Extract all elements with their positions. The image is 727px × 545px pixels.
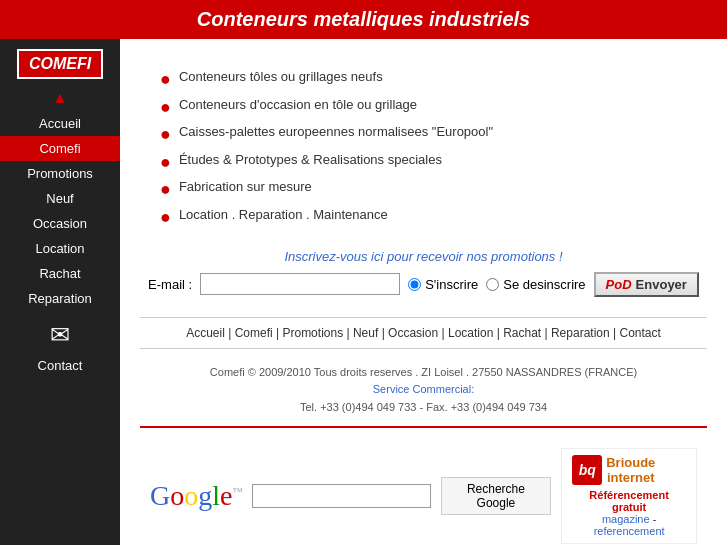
list-item: ● Fabrication sur mesure: [160, 179, 707, 201]
email-input[interactable]: [200, 273, 400, 295]
brioude-tagline: Référencement gratuit: [572, 489, 686, 513]
list-item: ● Caisses-palettes europeennes normalise…: [160, 124, 707, 146]
arrow-up-icon: ▲: [52, 89, 68, 107]
nav-promotions[interactable]: Promotions: [282, 326, 343, 340]
list-item: ● Location . Reparation . Maintenance: [160, 207, 707, 229]
brioude-box: bq Brioude internet Référencement gratui…: [561, 448, 697, 544]
google-search-button[interactable]: Recherche Google: [441, 477, 552, 515]
content-area: ● Conteneurs tôles ou grillages neufs ● …: [120, 39, 727, 545]
nav-neuf[interactable]: Neuf: [353, 326, 378, 340]
nav-occasion[interactable]: Occasion: [388, 326, 438, 340]
service-commercial-link[interactable]: Service Commercial:: [373, 383, 474, 395]
sidebar-item-comefi[interactable]: Comefi: [0, 136, 120, 161]
bullet-icon: ●: [160, 124, 171, 146]
bullet-icon: ●: [160, 97, 171, 119]
google-search-input[interactable]: [252, 484, 430, 508]
desinscribe-label: Se desinscrire: [503, 277, 585, 292]
list-item-text: Conteneurs d'occasion en tôle ou grillag…: [179, 97, 417, 112]
nav-location[interactable]: Location: [448, 326, 493, 340]
submit-button[interactable]: PoD Envoyer: [594, 272, 699, 297]
promo-text: Inscrivez-vous ici pour recevoir nos pro…: [140, 249, 707, 264]
brioude-logo: bq Brioude internet: [572, 455, 686, 485]
bullet-icon: ●: [160, 179, 171, 201]
header: Conteneurs metalliques industriels: [0, 0, 727, 39]
google-logo: Google™: [150, 480, 242, 512]
nav-contact[interactable]: Contact: [619, 326, 660, 340]
inscribe-radio[interactable]: [408, 278, 421, 291]
sidebar-item-promotions[interactable]: Promotions: [0, 161, 120, 186]
brioude-links: magazine - referencement: [572, 513, 686, 537]
copyright-text: Comefi © 2009/2010 Tous droits reserves …: [210, 366, 637, 378]
bullet-icon: ●: [160, 207, 171, 229]
nav-links: Accueil | Comefi | Promotions | Neuf | O…: [140, 317, 707, 349]
sidebar-item-occasion[interactable]: Occasion: [0, 211, 120, 236]
sidebar-item-accueil[interactable]: Accueil: [0, 111, 120, 136]
submit-prefix: PoD: [606, 277, 632, 292]
brioude-name: Brioude internet: [606, 455, 655, 485]
bullet-icon: ●: [160, 69, 171, 91]
desinscribe-radio[interactable]: [486, 278, 499, 291]
bullet-icon: ●: [160, 152, 171, 174]
email-label: E-mail :: [148, 277, 192, 292]
list-item-text: Caisses-palettes europeennes normalisees…: [179, 124, 493, 139]
list-item: ● Études & Prototypes & Realisations spe…: [160, 152, 707, 174]
page-title: Conteneurs metalliques industriels: [0, 8, 727, 31]
list-item-text: Fabrication sur mesure: [179, 179, 312, 194]
logo-text: COMEFI: [29, 55, 91, 72]
nav-comefi[interactable]: Comefi: [235, 326, 273, 340]
sidebar: COMEFI ▲ Accueil Comefi Promotions Neuf …: [0, 39, 120, 545]
sidebar-item-reparation[interactable]: Reparation: [0, 286, 120, 311]
mail-icon: ✉: [50, 321, 70, 349]
brioude-magazine-link[interactable]: magazine: [602, 513, 650, 525]
list-item-text: Location . Reparation . Maintenance: [179, 207, 388, 222]
sidebar-item-rachat[interactable]: Rachat: [0, 261, 120, 286]
submit-label: Envoyer: [636, 277, 687, 292]
nav-accueil[interactable]: Accueil: [186, 326, 225, 340]
nav-reparation[interactable]: Reparation: [551, 326, 610, 340]
nav-rachat[interactable]: Rachat: [503, 326, 541, 340]
email-form: E-mail : S'inscrire Se desinscrire PoD E…: [140, 272, 707, 297]
sidebar-item-contact[interactable]: Contact: [0, 353, 120, 378]
footer-copyright: Comefi © 2009/2010 Tous droits reserves …: [140, 364, 707, 417]
brioude-icon: bq: [572, 455, 602, 485]
list-item: ● Conteneurs tôles ou grillages neufs: [160, 69, 707, 91]
brioude-referencement-link[interactable]: referencement: [594, 525, 665, 537]
list-item: ● Conteneurs d'occasion en tôle ou grill…: [160, 97, 707, 119]
list-item-text: Conteneurs tôles ou grillages neufs: [179, 69, 383, 84]
section-divider: [140, 426, 707, 428]
inscribe-label: S'inscrire: [425, 277, 478, 292]
google-section: Google™ Recherche Google bq Brioude inte…: [140, 436, 707, 545]
radio-group: S'inscrire: [408, 277, 478, 292]
phone-text: Tel. +33 (0)494 049 733 - Fax. +33 (0)49…: [300, 401, 547, 413]
sidebar-item-location[interactable]: Location: [0, 236, 120, 261]
list-item-text: Études & Prototypes & Realisations speci…: [179, 152, 442, 167]
logo: COMEFI: [17, 49, 103, 79]
sidebar-item-neuf[interactable]: Neuf: [0, 186, 120, 211]
trademark: ™: [232, 486, 242, 497]
features-list: ● Conteneurs tôles ou grillages neufs ● …: [160, 69, 707, 229]
radio-group-desinscribe: Se desinscrire: [486, 277, 585, 292]
